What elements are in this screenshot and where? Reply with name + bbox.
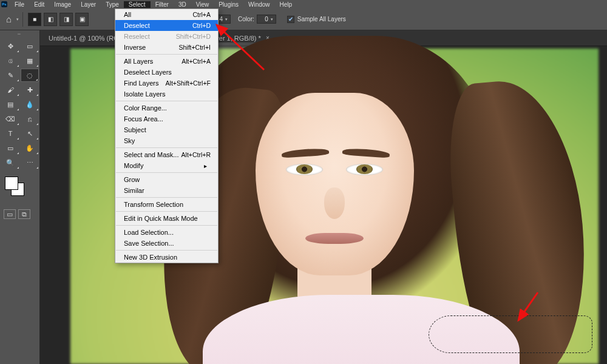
menu-3d[interactable]: 3D	[174, 1, 191, 8]
menu-file[interactable]: File	[10, 1, 29, 8]
menu-window[interactable]: Window	[243, 1, 275, 8]
panel-grip-icon[interactable]: ┅	[0, 30, 39, 38]
menu-item-label: Focus Area...	[124, 115, 163, 123]
path-select-tool[interactable]: ↖	[21, 127, 39, 140]
menu-item-select-and-mask[interactable]: Select and Mask...Alt+Ctrl+R	[115, 149, 218, 160]
menu-item-shortcut: Alt+Shift+Ctrl+F	[166, 79, 211, 87]
menu-filter[interactable]: Filter	[151, 1, 174, 8]
artboard-tool[interactable]: ▭	[21, 39, 39, 53]
edit-toolbar[interactable]: ⋯	[21, 156, 39, 169]
photo-eye	[346, 164, 383, 175]
menu-item-new-3d-extrusion[interactable]: New 3D Extrusion	[115, 252, 218, 263]
selection-mode-subtract[interactable]: ◨	[59, 13, 73, 26]
quick-mask-icon[interactable]: ▭	[4, 209, 16, 219]
selection-marquee	[429, 315, 592, 353]
menu-item-label: Load Selection...	[124, 229, 174, 236]
menu-item-label: Deselect Layers	[124, 69, 172, 76]
menu-item-sky[interactable]: Sky	[115, 135, 218, 146]
menu-item-inverse[interactable]: InverseShift+Ctrl+I	[115, 42, 218, 53]
svg-line-1	[518, 292, 538, 320]
type-tool[interactable]: T	[1, 127, 19, 140]
menu-item-label: All Layers	[124, 58, 153, 65]
menu-item-label: Modify	[124, 162, 143, 169]
menu-type[interactable]: Type	[101, 1, 124, 8]
foreground-color-swatch[interactable]	[5, 177, 18, 190]
eyedropper-tool[interactable]: ✎	[1, 69, 19, 82]
menu-bar: Ps FileEditImageLayerTypeSelectFilter3DV…	[0, 0, 607, 8]
zoom-tool[interactable]: 🔍	[1, 156, 19, 169]
menu-plugins[interactable]: Plugins	[214, 1, 243, 8]
checkbox-label: Sample All Layers	[297, 16, 346, 22]
menu-item-transform-selection[interactable]: Transform Selection	[115, 199, 218, 210]
menu-item-shortcut: Ctrl+A	[193, 11, 211, 18]
menu-item-label: Reselect	[124, 33, 150, 40]
menu-item-shortcut: Ctrl+D	[192, 22, 211, 29]
hand-tool[interactable]: ✋	[21, 141, 39, 155]
menu-item-subject[interactable]: Subject	[115, 124, 218, 135]
selection-mode-new[interactable]: ■	[28, 13, 41, 26]
menu-help[interactable]: Help	[275, 1, 297, 8]
menu-item-grow[interactable]: Grow	[115, 174, 218, 185]
home-icon[interactable]: ⌂	[6, 14, 12, 24]
menu-item-reselect: ReselectShift+Ctrl+D	[115, 31, 218, 42]
menu-layer[interactable]: Layer	[76, 1, 101, 8]
rectangle-tool[interactable]: ▭	[1, 141, 19, 155]
photo-nose	[324, 187, 345, 219]
menu-item-similar[interactable]: Similar	[115, 185, 218, 196]
menu-item-load-selection[interactable]: Load Selection...	[115, 227, 218, 238]
submenu-arrow-icon: ▸	[204, 163, 211, 169]
workspace-dropdown-icon[interactable]: ▾	[16, 17, 19, 22]
color-swatches[interactable]	[0, 173, 39, 201]
options-bar: ⌂ ▾ ■ ◧ ◨ ▣ 4 ▾ Color: 0 ▾ ✔ Sample All …	[0, 8, 607, 30]
menu-edit[interactable]: Edit	[29, 1, 49, 8]
select-menu[interactable]: AllCtrl+ADeselectCtrl+DReselectShift+Ctr…	[115, 8, 219, 263]
menu-item-label: Sky	[124, 137, 135, 144]
photo-mouth	[305, 233, 364, 244]
menu-item-label: All	[124, 11, 131, 18]
menu-item-label: New 3D Extrusion	[124, 254, 177, 261]
annotation-arrow	[209, 21, 270, 82]
annotation-arrow	[511, 290, 554, 332]
clone-stamp-tool[interactable]: ⎌	[21, 112, 39, 126]
tools-panel: ┅ ✥▭⟃▦✎◌🖌✚▤💧⌫⎌T↖▭✋🔍⋯ ▭ ⧉	[0, 30, 40, 364]
eraser-tool[interactable]: ⌫	[1, 112, 19, 126]
selection-mode-intersect[interactable]: ▣	[75, 13, 89, 26]
selection-mode-add[interactable]: ◧	[44, 13, 57, 26]
menu-image[interactable]: Image	[49, 1, 76, 8]
move-tool[interactable]: ✥	[1, 39, 19, 53]
sample-all-layers-checkbox[interactable]: ✔ Sample All Layers	[287, 16, 346, 23]
brush-tool[interactable]: 🖌	[1, 83, 19, 96]
frame-tool[interactable]: ▦	[21, 54, 39, 67]
menu-item-modify[interactable]: Modify▸	[115, 160, 218, 171]
menu-item-all-layers[interactable]: All LayersAlt+Ctrl+A	[115, 56, 218, 67]
menu-item-deselect[interactable]: DeselectCtrl+D	[115, 20, 218, 31]
menu-item-edit-in-quick-mask-mode[interactable]: Edit in Quick Mask Mode	[115, 213, 218, 224]
menu-item-shortcut: Shift+Ctrl+D	[176, 33, 211, 40]
menu-item-label: Inverse	[124, 44, 146, 51]
menu-item-save-selection[interactable]: Save Selection...	[115, 238, 218, 249]
menu-item-label: Save Selection...	[124, 240, 174, 247]
menu-view[interactable]: View	[191, 1, 214, 8]
menu-select[interactable]: Select	[124, 1, 151, 8]
gradient-tool[interactable]: ▤	[1, 98, 19, 111]
menu-item-deselect-layers[interactable]: Deselect Layers	[115, 67, 218, 78]
svg-line-0	[217, 25, 264, 70]
document-tab-label: Untitled-1 @ 100% (RGB	[49, 35, 123, 42]
app-icon: Ps	[1, 1, 7, 7]
menu-item-focus-area[interactable]: Focus Area...	[115, 113, 218, 124]
menu-item-label: Deselect	[124, 22, 150, 29]
menu-item-all[interactable]: AllCtrl+A	[115, 9, 218, 20]
menu-item-isolate-layers[interactable]: Isolate Layers	[115, 89, 218, 99]
menu-item-shortcut: Alt+Ctrl+A	[181, 58, 211, 65]
menu-item-shortcut: Shift+Ctrl+I	[178, 44, 211, 51]
blur-tool[interactable]: 💧	[21, 98, 39, 111]
photo-face	[256, 93, 414, 276]
menu-item-label: Grow	[124, 176, 140, 183]
screen-mode-icon[interactable]: ⧉	[18, 209, 30, 219]
menu-item-color-range[interactable]: Color Range...	[115, 103, 218, 113]
object-selection-tool[interactable]: ◌	[21, 69, 39, 82]
healing-brush-tool[interactable]: ✚	[21, 83, 39, 96]
menu-item-label: Find Layers	[124, 79, 158, 87]
crop-tool[interactable]: ⟃	[1, 54, 19, 67]
menu-item-find-layers[interactable]: Find LayersAlt+Shift+Ctrl+F	[115, 78, 218, 89]
